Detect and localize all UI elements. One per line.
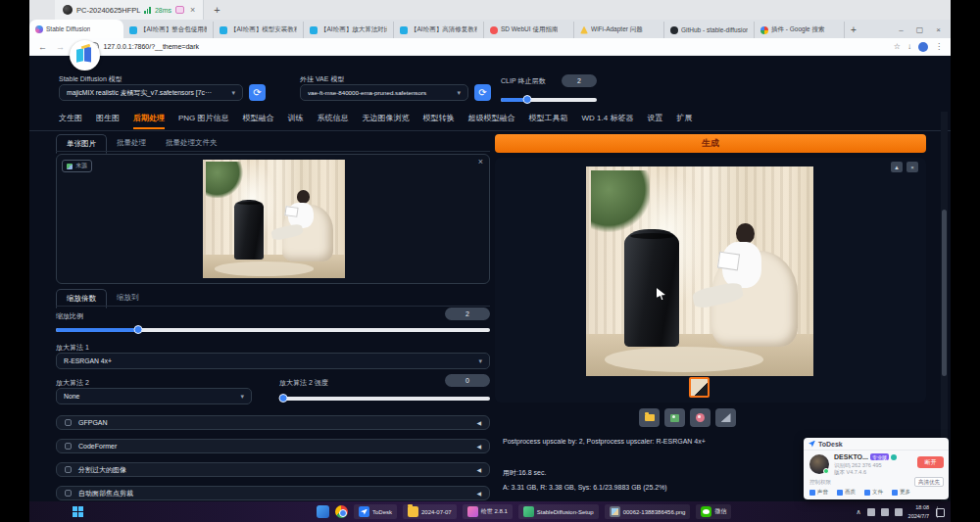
browser-tab[interactable]: GitHub - stable-diffusion-webui (664, 22, 755, 38)
accordion-codeformer[interactable]: CodeFormer ◀ (56, 439, 490, 453)
todesk-widget: ToDesk DESKTO... 专业版 识别码 262 376 495 版本 … (804, 438, 949, 499)
close-button[interactable]: × (936, 25, 941, 34)
fullscreen-icon[interactable]: ▲ (891, 162, 903, 172)
taskbar-item-sd-setup[interactable]: StableDiffusion-Setup (518, 504, 599, 519)
taskbar-item-wechat[interactable]: 微信 (696, 504, 731, 519)
screen: PC-20240625HFPL 28ms × + Stable Diffusio… (0, 0, 980, 522)
new-tab-button[interactable]: + (851, 24, 857, 35)
minimize-button[interactable]: – (899, 25, 903, 34)
todesk-header[interactable]: ToDesk (804, 438, 949, 451)
quality-button[interactable]: 高清优先 (914, 477, 944, 487)
tray-expand-icon[interactable]: ∧ (856, 508, 860, 516)
upscaler2-strength-value[interactable]: 0 (445, 374, 490, 387)
tab-settings[interactable]: 设置 (647, 113, 662, 129)
file-transfer-button[interactable]: 文件 (864, 489, 883, 496)
browser-tab[interactable]: WiFi-Adapter 问题 (574, 22, 664, 38)
gallery-thumbnail-selected[interactable] (689, 377, 710, 398)
new-session-button[interactable]: + (214, 4, 220, 16)
generate-button[interactable]: 生成 (495, 134, 926, 153)
bilibili-favicon (129, 26, 137, 34)
tray-icon[interactable] (867, 508, 875, 516)
checkbox[interactable] (65, 419, 72, 426)
maximize-button[interactable]: ▢ (916, 25, 924, 34)
browser-tab[interactable]: 【AI绘画】模型安装教程_哔哩哔哩 (214, 22, 304, 38)
source-image-dropzone[interactable]: 来源 × (56, 154, 490, 284)
browser-tab[interactable]: 插件 - Google 搜索 (755, 22, 845, 38)
clock[interactable]: 18:08 2024/7/7 (908, 503, 929, 520)
bookmark-star-icon[interactable]: ☆ (894, 42, 901, 51)
tab-extras[interactable]: 后期处理 (133, 113, 165, 129)
browser-tab[interactable]: 【AI绘画】放大算法对比_哔哩哔哩 (304, 22, 394, 38)
browser-menu-icon[interactable]: ⋮ (935, 42, 943, 51)
start-button[interactable] (73, 506, 83, 517)
taskbar-item-launcher[interactable]: 绘世 2.8.1 (463, 504, 513, 519)
refresh-vae-button[interactable]: ⟳ (474, 84, 491, 101)
forward-icon[interactable]: → (56, 42, 65, 52)
upscaler2-dropdown[interactable]: None ▾ (56, 388, 252, 404)
more-options-button[interactable]: 更多 (892, 489, 910, 496)
tab-system-info[interactable]: 系统信息 (318, 113, 349, 129)
accordion-gfpgan[interactable]: GFPGAN ◀ (56, 415, 490, 430)
download-icon[interactable]: ↓ (907, 42, 911, 51)
open-folder-button[interactable] (639, 408, 660, 427)
tab-infinite-browser[interactable]: 无边图像浏览 (363, 113, 410, 129)
taskbar-item-folder[interactable]: 2024-07-07 (403, 504, 457, 519)
send-to-extras-button[interactable] (715, 408, 736, 427)
close-session-icon[interactable]: × (190, 5, 195, 15)
chrome-icon[interactable] (335, 505, 348, 518)
tab-super-merger[interactable]: 超级模型融合 (468, 113, 515, 129)
task-view-icon[interactable] (317, 505, 329, 518)
browser-tab[interactable]: 【AI绘画】整合包使用教程_哔哩哔哩 (123, 22, 214, 38)
result-gallery: ▲ × (495, 158, 926, 403)
browser-profile-avatar[interactable] (918, 42, 928, 52)
save-image-button[interactable] (664, 408, 685, 427)
tab-train[interactable]: 训练 (288, 113, 304, 129)
tray-icon[interactable] (881, 508, 889, 516)
disconnect-button[interactable]: 断开 (917, 456, 944, 468)
taskbar-item-todesk[interactable]: ToDesk (354, 504, 397, 519)
clip-skip-slider[interactable] (501, 95, 597, 104)
quality-toggle[interactable]: 画质 (837, 489, 856, 496)
tab-model-converter[interactable]: 模型转换 (423, 113, 455, 129)
tab-txt2img[interactable]: 文生图 (59, 113, 82, 129)
result-actions (639, 408, 736, 427)
scale-ratio-value[interactable]: 2 (445, 308, 490, 320)
tab-img2img[interactable]: 图生图 (96, 113, 120, 129)
tab-wd14-tagger[interactable]: WD 1.4 标签器 (582, 113, 634, 129)
vae-dropdown[interactable]: vae-ft-mse-840000-ema-pruned.safetensors… (300, 84, 468, 101)
taskbar-item-image-file[interactable]: 00062-1388386456.png (605, 504, 691, 519)
notification-center-icon[interactable] (937, 506, 945, 518)
close-gallery-icon[interactable]: × (906, 162, 918, 172)
tab-model-toolkit[interactable]: 模型工具箱 (529, 113, 568, 129)
refresh-model-button[interactable]: ⟳ (249, 84, 266, 101)
accordion-split-oversized[interactable]: 分割过大的图像 ◀ (56, 462, 490, 477)
checkbox[interactable] (65, 443, 72, 450)
scale-ratio-slider[interactable] (56, 325, 490, 334)
webui-logo (70, 40, 100, 71)
browser-tab-active[interactable]: Stable Diffusion (29, 20, 123, 38)
send-to-img2img-button[interactable] (690, 408, 710, 427)
accordion-auto-face-crop[interactable]: 自动面部焦点剪裁 ◀ (56, 486, 490, 500)
tab-extensions[interactable]: 扩展 (676, 113, 692, 129)
checkbox[interactable] (65, 490, 72, 497)
clear-image-icon[interactable]: × (478, 157, 483, 166)
scrollbar-thumb[interactable] (942, 210, 947, 376)
checkbox[interactable] (65, 466, 72, 473)
todesk-version: 版本 V4.7.4.6 (834, 469, 866, 476)
back-icon[interactable]: ← (38, 42, 47, 52)
browser-tab[interactable]: SD WebUI 使用指南 (484, 22, 574, 38)
upscaler2-strength-slider[interactable] (279, 394, 490, 403)
browser-tab[interactable]: 【AI绘画】高清修复教程_哔哩哔哩 (394, 22, 484, 38)
call-icon[interactable] (891, 454, 897, 460)
sound-toggle[interactable]: 声音 (809, 489, 828, 496)
model-dropdown[interactable]: majicMIX realistic 麦橘写实_v7.safetensors [… (59, 84, 243, 101)
remote-session-tab[interactable]: PC-20240625HFPL 28ms × (55, 0, 204, 20)
tab-checkpoint-merger[interactable]: 模型融合 (243, 113, 274, 129)
result-image[interactable] (586, 166, 813, 376)
tray-icon[interactable] (895, 508, 903, 516)
url-input[interactable]: 127.0.0.1:7860/?__theme=dark (104, 43, 200, 50)
clip-skip-value[interactable]: 2 (562, 74, 597, 87)
upscaler1-dropdown[interactable]: R-ESRGAN 4x+ ▾ (56, 353, 490, 369)
tab-png-info[interactable]: PNG 图片信息 (178, 113, 229, 129)
remote-device-title: PC-20240625HFPL (76, 6, 140, 15)
